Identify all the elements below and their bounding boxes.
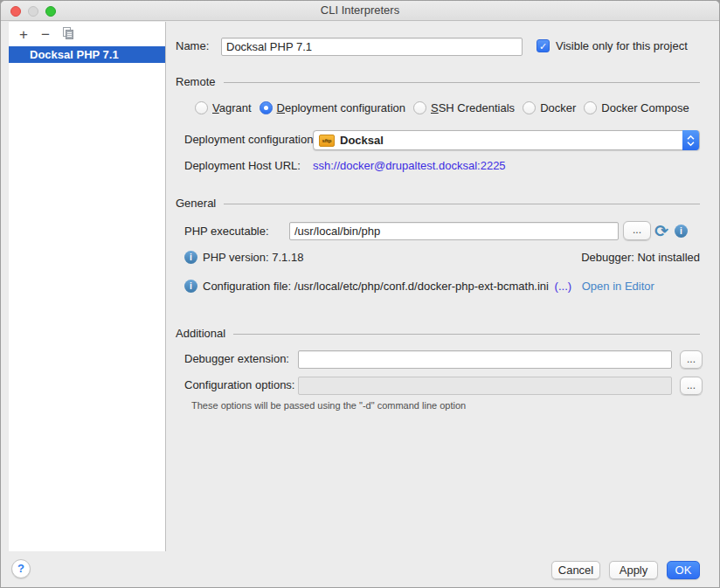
php-executable-label: PHP executable: xyxy=(184,221,269,241)
cancel-button[interactable]: Cancel xyxy=(551,561,600,579)
info-icon[interactable]: i xyxy=(184,280,197,293)
configuration-file-row: i Configuration file: /usr/local/etc/php… xyxy=(166,278,720,295)
copy-interpreter-icon[interactable] xyxy=(61,27,75,43)
configuration-file-text: Configuration file: /usr/local/etc/php/c… xyxy=(203,278,654,294)
additional-section-label: Additional xyxy=(176,327,225,340)
list-item-docksal-php[interactable]: Docksal PHP 7.1 xyxy=(9,46,165,63)
radio-deployment-configuration[interactable]: Deployment configuration xyxy=(260,101,405,114)
visible-only-label[interactable]: Visible only for this project xyxy=(556,37,688,55)
apply-button[interactable]: Apply xyxy=(609,561,658,579)
remove-interpreter-button[interactable]: − xyxy=(39,28,52,42)
radio-ssh-label: SSH Credentials xyxy=(431,101,515,114)
php-executable-input[interactable] xyxy=(289,222,619,240)
name-row: Name: ✓ Visible only for this project xyxy=(166,37,720,58)
section-divider xyxy=(224,82,700,83)
info-icon[interactable]: i xyxy=(184,251,197,264)
debugger-status-text: Debugger: Not installed xyxy=(581,249,700,266)
radio-docker-compose[interactable]: Docker Compose xyxy=(584,101,689,114)
configuration-file-more-link[interactable]: (...) xyxy=(555,280,572,293)
list-toolbar: + − xyxy=(9,22,165,46)
general-section-header: General xyxy=(176,196,700,210)
sftp-icon: sftp xyxy=(319,135,335,147)
info-icon[interactable]: i xyxy=(675,225,688,238)
open-in-editor-link[interactable]: Open in Editor xyxy=(582,280,654,293)
titlebar[interactable]: CLI Interpreters xyxy=(1,1,719,21)
radio-docker[interactable]: Docker xyxy=(523,101,576,114)
deployment-configuration-value: Docksal xyxy=(340,134,384,147)
configuration-options-row: Configuration options: ... xyxy=(166,376,720,397)
section-divider xyxy=(224,204,700,204)
interpreters-list-panel: + − Docksal PHP 7.1 xyxy=(9,22,166,551)
debugger-extension-label: Debugger extension: xyxy=(184,349,289,369)
configuration-options-input[interactable] xyxy=(298,377,672,395)
section-divider xyxy=(233,334,700,335)
general-section-label: General xyxy=(176,197,216,210)
radio-docker-label: Docker xyxy=(540,101,576,114)
deployment-host-url-label: Deployment Host URL: xyxy=(184,156,301,176)
php-executable-row: PHP executable: ... ⟳ i xyxy=(166,221,720,243)
radio-circle-icon xyxy=(584,101,597,114)
remote-section-label: Remote xyxy=(176,75,216,88)
ok-button[interactable]: OK xyxy=(667,561,700,579)
configuration-file-path: Configuration file: /usr/local/etc/php/c… xyxy=(203,280,549,293)
debugger-extension-row: Debugger extension: ... xyxy=(166,349,720,370)
reload-phpinfo-icon[interactable]: ⟳ xyxy=(654,223,668,239)
browse-debugger-extension-button[interactable]: ... xyxy=(680,350,703,369)
radio-circle-icon xyxy=(413,101,426,114)
radio-circle-icon xyxy=(195,101,208,114)
cli-interpreters-dialog: CLI Interpreters + − Docksal PHP 7.1 Nam… xyxy=(0,0,720,588)
configuration-options-label: Configuration options: xyxy=(184,376,294,395)
remote-type-radio-row: Vagrant Deployment configuration SSH Cre… xyxy=(195,99,689,116)
browse-php-executable-button[interactable]: ... xyxy=(623,221,651,240)
radio-circle-icon xyxy=(523,101,536,114)
add-interpreter-button[interactable]: + xyxy=(17,28,30,42)
deployment-configuration-dropdown[interactable]: sftp Docksal xyxy=(313,130,700,150)
radio-vagrant-label: Vagrant xyxy=(212,101,252,114)
browse-configuration-options-button[interactable]: ... xyxy=(680,377,703,395)
options-hint-text: These options will be passed using the "… xyxy=(191,400,720,411)
php-version-text: PHP version: 7.1.18 xyxy=(203,249,303,266)
deployment-host-url-link[interactable]: ssh://docker@drupaltest.docksal:2225 xyxy=(313,156,506,176)
interpreter-settings-panel: Name: ✓ Visible only for this project Re… xyxy=(166,21,720,551)
radio-deployment-label: Deployment configuration xyxy=(277,101,405,114)
window-title: CLI Interpreters xyxy=(1,3,719,17)
radio-selected-icon xyxy=(260,101,273,114)
deployment-host-url-row: Deployment Host URL: ssh://docker@drupal… xyxy=(166,156,720,176)
radio-ssh-credentials[interactable]: SSH Credentials xyxy=(413,101,515,114)
radio-vagrant[interactable]: Vagrant xyxy=(195,101,252,114)
visible-only-checkbox[interactable]: ✓ xyxy=(537,39,550,52)
remote-section-header: Remote xyxy=(176,74,700,88)
help-button[interactable]: ? xyxy=(11,559,31,578)
name-input[interactable] xyxy=(221,38,523,56)
deployment-configuration-label: Deployment configuration: xyxy=(184,129,316,150)
additional-section-header: Additional xyxy=(176,326,700,340)
deployment-configuration-row: Deployment configuration: sftp Docksal xyxy=(166,129,720,151)
debugger-extension-input[interactable] xyxy=(298,350,672,369)
php-version-row: i PHP version: 7.1.18 Debugger: Not inst… xyxy=(166,249,720,266)
radio-docker-compose-label: Docker Compose xyxy=(601,101,689,114)
name-label: Name: xyxy=(176,37,209,56)
chevron-up-down-icon xyxy=(682,130,699,150)
